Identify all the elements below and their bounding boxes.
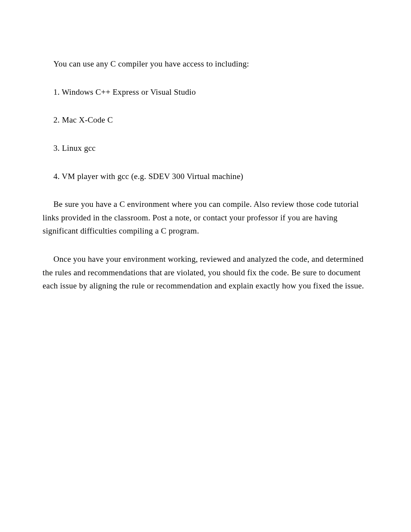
list-item: 2. Mac X-Code C [43, 113, 368, 127]
list-marker: 3. [53, 143, 60, 153]
intro-paragraph: You can use any C compiler you have acce… [43, 57, 368, 71]
list-text: VM player with gcc (e.g. SDEV 300 Virtua… [62, 172, 243, 181]
list-item: 1. Windows C++ Express or Visual Studio [43, 85, 368, 99]
list-marker: 2. [53, 115, 60, 124]
compiler-list: 1. Windows C++ Express or Visual Studio … [43, 85, 368, 183]
list-text: Windows C++ Express or Visual Studio [62, 87, 196, 97]
list-text: Mac X-Code C [62, 115, 113, 124]
list-item: 4. VM player with gcc (e.g. SDEV 300 Vir… [43, 170, 368, 183]
list-marker: 4. [53, 172, 60, 181]
list-marker: 1. [53, 87, 60, 97]
list-text: Linux gcc [62, 143, 96, 153]
body-paragraph-1: Be sure you have a C environment where y… [43, 198, 368, 238]
body-paragraph-2: Once you have your environment working, … [43, 252, 368, 293]
list-item: 3. Linux gcc [43, 142, 368, 155]
paragraph-text: Be sure you have a C environment where y… [43, 200, 359, 235]
paragraph-text: Once you have your environment working, … [43, 254, 364, 290]
